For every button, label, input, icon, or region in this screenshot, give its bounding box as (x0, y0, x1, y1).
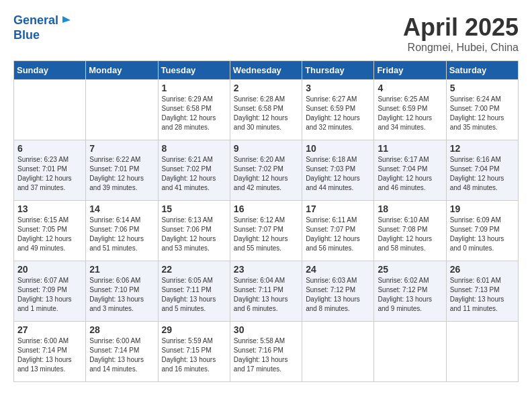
week-row-5: 27Sunrise: 6:00 AM Sunset: 7:14 PM Dayli… (14, 322, 519, 382)
weekday-header-saturday: Saturday (446, 61, 518, 80)
week-row-4: 20Sunrise: 6:07 AM Sunset: 7:09 PM Dayli… (14, 261, 519, 322)
day-info: Sunrise: 6:01 AM Sunset: 7:13 PM Dayligh… (450, 276, 515, 314)
day-info: Sunrise: 6:20 AM Sunset: 7:02 PM Dayligh… (234, 155, 298, 193)
day-info: Sunrise: 6:14 AM Sunset: 7:06 PM Dayligh… (89, 216, 154, 253)
day-info: Sunrise: 6:10 AM Sunset: 7:08 PM Dayligh… (378, 216, 442, 253)
calendar-cell: 1Sunrise: 6:29 AM Sunset: 6:58 PM Daylig… (158, 80, 230, 140)
calendar-cell: 29Sunrise: 5:59 AM Sunset: 7:15 PM Dayli… (158, 322, 230, 382)
day-number: 19 (450, 203, 515, 214)
day-info: Sunrise: 6:18 AM Sunset: 7:03 PM Dayligh… (306, 155, 370, 193)
title-block: April 2025 Rongmei, Hubei, China (403, 13, 519, 54)
logo-bird-icon (58, 15, 71, 27)
day-number: 30 (234, 324, 298, 335)
day-info: Sunrise: 6:02 AM Sunset: 7:12 PM Dayligh… (378, 276, 442, 314)
day-number: 17 (306, 203, 370, 214)
svg-marker-0 (62, 16, 71, 23)
day-info: Sunrise: 6:04 AM Sunset: 7:11 PM Dayligh… (234, 276, 298, 314)
day-info: Sunrise: 5:58 AM Sunset: 7:16 PM Dayligh… (234, 336, 298, 374)
weekday-header-friday: Friday (374, 61, 446, 80)
logo: General Blue (13, 13, 71, 42)
day-info: Sunrise: 6:05 AM Sunset: 7:11 PM Dayligh… (162, 276, 226, 314)
week-row-3: 13Sunrise: 6:15 AM Sunset: 7:05 PM Dayli… (14, 201, 519, 261)
day-info: Sunrise: 6:13 AM Sunset: 7:06 PM Dayligh… (162, 216, 226, 253)
day-info: Sunrise: 6:27 AM Sunset: 6:59 PM Dayligh… (306, 95, 370, 132)
calendar-cell: 12Sunrise: 6:16 AM Sunset: 7:04 PM Dayli… (446, 140, 518, 201)
calendar-cell: 25Sunrise: 6:02 AM Sunset: 7:12 PM Dayli… (374, 261, 446, 322)
calendar-cell: 6Sunrise: 6:23 AM Sunset: 7:01 PM Daylig… (14, 140, 86, 201)
day-number: 27 (17, 324, 82, 335)
calendar-cell: 21Sunrise: 6:06 AM Sunset: 7:10 PM Dayli… (86, 261, 158, 322)
day-number: 13 (17, 203, 82, 214)
calendar-cell: 8Sunrise: 6:21 AM Sunset: 7:02 PM Daylig… (158, 140, 230, 201)
day-number: 5 (450, 83, 515, 93)
day-info: Sunrise: 6:06 AM Sunset: 7:10 PM Dayligh… (89, 276, 154, 314)
calendar-cell (302, 322, 374, 382)
calendar-cell: 3Sunrise: 6:27 AM Sunset: 6:59 PM Daylig… (302, 80, 374, 140)
day-number: 29 (162, 324, 226, 335)
calendar-cell: 10Sunrise: 6:18 AM Sunset: 7:03 PM Dayli… (302, 140, 374, 201)
day-number: 3 (306, 83, 370, 93)
day-info: Sunrise: 6:09 AM Sunset: 7:09 PM Dayligh… (450, 216, 515, 253)
calendar-cell: 13Sunrise: 6:15 AM Sunset: 7:05 PM Dayli… (14, 201, 86, 261)
week-row-2: 6Sunrise: 6:23 AM Sunset: 7:01 PM Daylig… (14, 140, 519, 201)
calendar-cell: 19Sunrise: 6:09 AM Sunset: 7:09 PM Dayli… (446, 201, 518, 261)
calendar-cell: 16Sunrise: 6:12 AM Sunset: 7:07 PM Dayli… (230, 201, 302, 261)
logo-text: General (13, 13, 58, 28)
day-info: Sunrise: 6:07 AM Sunset: 7:09 PM Dayligh… (17, 276, 82, 314)
day-info: Sunrise: 6:00 AM Sunset: 7:14 PM Dayligh… (17, 336, 82, 374)
day-number: 28 (89, 324, 154, 335)
day-info: Sunrise: 6:17 AM Sunset: 7:04 PM Dayligh… (378, 155, 442, 193)
calendar-cell: 4Sunrise: 6:25 AM Sunset: 6:59 PM Daylig… (374, 80, 446, 140)
day-info: Sunrise: 6:00 AM Sunset: 7:14 PM Dayligh… (89, 336, 154, 374)
calendar-cell: 15Sunrise: 6:13 AM Sunset: 7:06 PM Dayli… (158, 201, 230, 261)
day-number: 2 (234, 83, 298, 93)
calendar-cell (374, 322, 446, 382)
calendar-cell: 17Sunrise: 6:11 AM Sunset: 7:07 PM Dayli… (302, 201, 374, 261)
calendar-cell: 11Sunrise: 6:17 AM Sunset: 7:04 PM Dayli… (374, 140, 446, 201)
day-info: Sunrise: 6:29 AM Sunset: 6:58 PM Dayligh… (162, 95, 226, 132)
calendar-cell: 18Sunrise: 6:10 AM Sunset: 7:08 PM Dayli… (374, 201, 446, 261)
logo-text2: Blue (13, 28, 40, 43)
day-number: 24 (306, 264, 370, 275)
day-number: 20 (17, 264, 82, 275)
page-header: General Blue April 2025 Rongmei, Hubei, … (13, 13, 519, 54)
calendar-cell: 2Sunrise: 6:28 AM Sunset: 6:58 PM Daylig… (230, 80, 302, 140)
day-info: Sunrise: 6:23 AM Sunset: 7:01 PM Dayligh… (17, 155, 82, 193)
day-info: Sunrise: 6:15 AM Sunset: 7:05 PM Dayligh… (17, 216, 82, 253)
day-number: 16 (234, 203, 298, 214)
day-number: 11 (378, 143, 442, 154)
day-info: Sunrise: 6:22 AM Sunset: 7:01 PM Dayligh… (89, 155, 154, 193)
week-row-1: 1Sunrise: 6:29 AM Sunset: 6:58 PM Daylig… (14, 80, 519, 140)
day-number: 18 (378, 203, 442, 214)
calendar-cell: 20Sunrise: 6:07 AM Sunset: 7:09 PM Dayli… (14, 261, 86, 322)
weekday-header-monday: Monday (86, 61, 158, 80)
calendar-cell: 5Sunrise: 6:24 AM Sunset: 7:00 PM Daylig… (446, 80, 518, 140)
day-number: 1 (162, 83, 226, 93)
day-number: 14 (89, 203, 154, 214)
weekday-header-tuesday: Tuesday (158, 61, 230, 80)
day-info: Sunrise: 6:25 AM Sunset: 6:59 PM Dayligh… (378, 95, 442, 132)
day-number: 8 (162, 143, 226, 154)
calendar-cell (14, 80, 86, 140)
day-number: 9 (234, 143, 298, 154)
calendar-cell: 26Sunrise: 6:01 AM Sunset: 7:13 PM Dayli… (446, 261, 518, 322)
weekday-header-wednesday: Wednesday (230, 61, 302, 80)
calendar-cell (86, 80, 158, 140)
day-info: Sunrise: 6:11 AM Sunset: 7:07 PM Dayligh… (306, 216, 370, 253)
day-number: 10 (306, 143, 370, 154)
day-number: 22 (162, 264, 226, 275)
location: Rongmei, Hubei, China (403, 42, 519, 54)
month-title: April 2025 (403, 13, 519, 42)
calendar-cell: 24Sunrise: 6:03 AM Sunset: 7:12 PM Dayli… (302, 261, 374, 322)
day-info: Sunrise: 6:03 AM Sunset: 7:12 PM Dayligh… (306, 276, 370, 314)
day-number: 23 (234, 264, 298, 275)
calendar-cell: 28Sunrise: 6:00 AM Sunset: 7:14 PM Dayli… (86, 322, 158, 382)
calendar-cell: 23Sunrise: 6:04 AM Sunset: 7:11 PM Dayli… (230, 261, 302, 322)
day-info: Sunrise: 6:28 AM Sunset: 6:58 PM Dayligh… (234, 95, 298, 132)
weekday-header-thursday: Thursday (302, 61, 374, 80)
day-number: 4 (378, 83, 442, 93)
weekday-header-row: SundayMondayTuesdayWednesdayThursdayFrid… (14, 61, 519, 80)
calendar-cell: 27Sunrise: 6:00 AM Sunset: 7:14 PM Dayli… (14, 322, 86, 382)
day-info: Sunrise: 6:12 AM Sunset: 7:07 PM Dayligh… (234, 216, 298, 253)
day-number: 25 (378, 264, 442, 275)
